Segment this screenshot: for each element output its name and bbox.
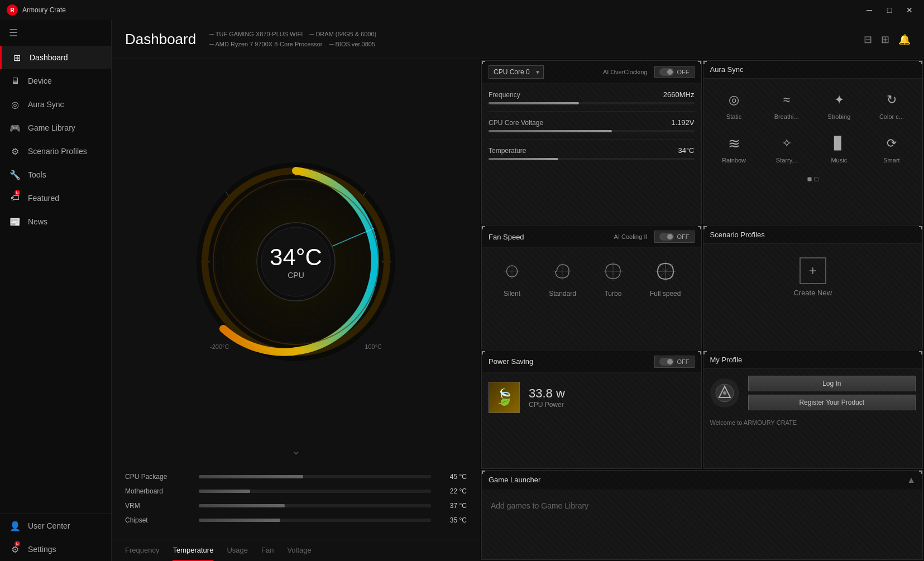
smart-icon: ⟳ — [882, 133, 902, 154]
settings-badge: N — [15, 541, 20, 546]
tab-fan[interactable]: Fan — [261, 540, 274, 561]
frequency-row: Frequency 2660MHz — [482, 84, 701, 99]
color-cycle-icon: ↻ — [882, 90, 902, 110]
color-cycle-label: Color c... — [879, 113, 904, 120]
voltage-bar — [489, 130, 695, 132]
layout-icon-2[interactable]: ⊞ — [881, 33, 889, 46]
fan-mode-silent[interactable]: Silent — [497, 257, 526, 302]
toggle-indicator — [659, 68, 674, 76]
profile-header: My Profile — [703, 351, 923, 369]
power-content: 🍃 33.8 w CPU Power — [482, 373, 701, 422]
close-button[interactable]: ✕ — [902, 4, 917, 16]
sensor-value-vrm: 37 °C — [438, 502, 467, 510]
scroll-down-icon[interactable]: ⌄ — [291, 444, 301, 457]
game-panel-toggle[interactable]: ▲ — [907, 475, 916, 485]
profile-title: My Profile — [710, 356, 743, 364]
sidebar-label-game-library: Game Library — [28, 123, 75, 132]
dashboard-icon: ⊞ — [11, 51, 23, 64]
aura-mode-color-cycle[interactable]: ↻ Color c... — [868, 85, 916, 124]
power-value: 33.8 w — [529, 386, 565, 401]
maximize-button[interactable]: □ — [882, 4, 897, 16]
strobing-icon: ✦ — [829, 90, 849, 110]
register-button[interactable]: Register Your Product — [748, 395, 916, 410]
sidebar-item-tools[interactable]: 🔧 Tools — [0, 163, 111, 186]
aura-mode-smart[interactable]: ⟳ Smart — [868, 129, 916, 168]
aura-mode-music[interactable]: ▊ Music — [815, 129, 863, 168]
fan-mode-full-speed[interactable]: Full speed — [645, 257, 685, 302]
aura-panel: Aura Sync ◎ Static ≈ Breathi... ✦ — [703, 60, 923, 224]
notification-icon[interactable]: 🔔 — [898, 33, 911, 46]
login-button[interactable]: Log In — [748, 376, 916, 391]
power-title: Power Saving — [489, 357, 533, 366]
scenario-profiles-icon: ⚙ — [9, 145, 21, 157]
static-icon: ◎ — [724, 90, 744, 110]
sidebar-item-aura-sync[interactable]: ◎ Aura Sync — [0, 93, 111, 116]
tab-voltage[interactable]: Voltage — [287, 540, 311, 561]
tab-usage[interactable]: Usage — [227, 540, 248, 561]
sidebar-item-settings[interactable]: ⚙ Settings N — [0, 538, 111, 561]
create-new-button[interactable]: + Create New — [703, 244, 923, 310]
sensor-bar-chipset — [199, 519, 431, 522]
sidebar-item-device[interactable]: 🖥 Device — [0, 69, 111, 93]
aura-mode-starry-night[interactable]: ✧ Starry... — [763, 129, 811, 168]
minimize-button[interactable]: ─ — [861, 4, 877, 16]
profile-corner-tl — [703, 351, 707, 354]
strobing-label: Strobing — [827, 113, 850, 120]
aura-mode-rainbow[interactable]: ≋ Rainbow — [710, 129, 758, 168]
music-label: Music — [831, 157, 847, 164]
aura-sync-icon: ◎ — [9, 98, 21, 111]
sidebar-item-dashboard[interactable]: ⊞ Dashboard — [0, 46, 111, 69]
scenario-corner-tr — [919, 226, 922, 229]
scenario-corner-tl — [703, 226, 707, 229]
sensor-chipset: Chipset 35 °C — [125, 516, 467, 524]
aura-dot-0[interactable] — [807, 177, 812, 181]
game-library-icon: 🎮 — [9, 122, 21, 134]
temperature-bar — [489, 158, 695, 160]
sensor-motherboard: Motherboard 22 °C — [125, 487, 467, 495]
tab-frequency[interactable]: Frequency — [125, 540, 159, 561]
sidebar-item-news[interactable]: 📰 News — [0, 210, 111, 233]
sensor-bars: CPU Package 45 °C Motherboard 22 °C — [112, 464, 480, 540]
ai-overclocking-toggle[interactable]: OFF — [654, 66, 695, 78]
aura-mode-static[interactable]: ◎ Static — [710, 85, 758, 124]
tab-bar: Frequency Temperature Usage Fan Voltage — [112, 540, 480, 561]
fan-corner-tr — [698, 226, 701, 229]
user-center-icon: 👤 — [9, 520, 21, 532]
sidebar-item-game-library[interactable]: 🎮 Game Library — [0, 116, 111, 140]
sidebar-item-featured[interactable]: 🏷 Featured N — [0, 186, 111, 210]
power-panel: Power Saving OFF 🍃 33.8 w CPU Power — [481, 351, 702, 469]
aura-mode-breathing[interactable]: ≈ Breathi... — [763, 85, 811, 124]
aura-dot-1[interactable] — [814, 177, 818, 181]
toggle-off-label: OFF — [677, 69, 690, 75]
panel-corner-tr — [698, 61, 701, 64]
temperature-label: Temperature — [489, 147, 526, 155]
sensor-value-motherboard: 22 °C — [438, 487, 467, 495]
content-area: Dashboard ─ TUF GAMING X870-PLUS WIFI ─ … — [112, 20, 924, 561]
main-layout: ☰ ⊞ Dashboard 🖥 Device ◎ Aura Sync 🎮 Gam… — [0, 20, 924, 561]
create-new-label: Create New — [793, 289, 832, 297]
starry-night-icon: ✧ — [777, 133, 797, 154]
tab-temperature[interactable]: Temperature — [173, 540, 213, 561]
profile-action-buttons: Log In Register Your Product — [748, 376, 916, 410]
starry-night-label: Starry... — [776, 157, 797, 164]
sidebar-label-tools: Tools — [28, 170, 46, 179]
power-toggle[interactable]: OFF — [654, 356, 695, 368]
sidebar-item-scenario-profiles[interactable]: ⚙ Scenario Profiles — [0, 140, 111, 163]
ai-cooling-toggle[interactable]: OFF — [654, 231, 695, 243]
voltage-bar-fill — [489, 130, 612, 132]
hamburger-menu[interactable]: ☰ — [0, 20, 111, 46]
frequency-label: Frequency — [489, 91, 520, 99]
aura-mode-strobing[interactable]: ✦ Strobing — [815, 85, 863, 124]
fan-mode-standard[interactable]: Standard — [544, 257, 581, 302]
rainbow-label: Rainbow — [722, 157, 746, 164]
temperature-value: 34°C — [678, 146, 694, 155]
cpu-header-row: CPU Core 0 CPU Core 1 CPU Core 2 CPU Cor… — [482, 61, 701, 84]
sidebar-item-user-center[interactable]: 👤 User Center — [0, 514, 111, 538]
sensor-value-chipset: 35 °C — [438, 516, 467, 524]
game-corner-tl — [482, 471, 485, 474]
layout-icon-1[interactable]: ⊟ — [864, 33, 872, 46]
fan-mode-turbo[interactable]: Turbo — [599, 257, 628, 302]
sidebar-label-scenario-profiles: Scenario Profiles — [28, 147, 87, 156]
cpu-selector[interactable]: CPU Core 0 CPU Core 1 CPU Core 2 CPU Cor… — [489, 65, 544, 79]
aura-corner-tr — [919, 61, 922, 64]
